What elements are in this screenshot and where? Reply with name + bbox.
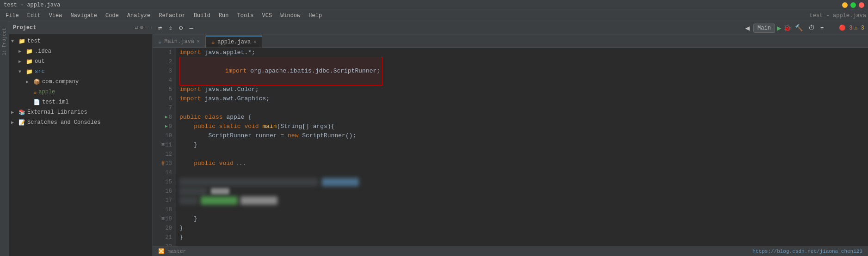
tab-apple-java[interactable]: ☕ apple.java × xyxy=(206,36,262,48)
line-num-13: @13 xyxy=(156,159,172,168)
status-bar-right: https://blog.csdn.net/jiaona_chen123 xyxy=(752,249,862,254)
line-num-12: 12 xyxy=(156,150,172,159)
tree-item-extlib[interactable]: ▶ 📚 External Libraries xyxy=(9,107,152,117)
gutter-fold-icon-11[interactable]: ⊟ xyxy=(162,140,165,150)
code-line-11: } xyxy=(179,140,864,150)
menu-help[interactable]: Help xyxy=(305,12,326,20)
tree-arrow-scratches: ▶ xyxy=(11,120,17,125)
code-line-20: } xyxy=(179,224,864,233)
tree-item-root[interactable]: ▼ 📁 test xyxy=(9,36,152,46)
apple-file-icon: ☕ xyxy=(211,39,215,46)
menu-run[interactable]: Run xyxy=(215,12,233,20)
blurred-content-16a xyxy=(179,187,207,195)
run-button[interactable]: ▶ xyxy=(777,24,782,33)
code-line-5: import java.awt.Color; xyxy=(179,85,864,94)
tree-label-root: test xyxy=(27,38,41,44)
coverage-button[interactable]: ☂ xyxy=(819,23,826,33)
sync-files-icon[interactable]: ⇄ xyxy=(135,24,138,31)
line-num-9: ▶9 xyxy=(156,122,172,131)
editor-area: ⇄ ⇕ ⚙ — ◀ Main ▶ 🐞 🔨 ⏱ ☂ 🔴 3 ⚠ 3 ☕ xyxy=(153,21,868,256)
lib-icon: 📚 xyxy=(18,109,25,116)
line-num-1: 1 xyxy=(156,48,172,57)
maximize-button[interactable] xyxy=(850,2,856,8)
close-button[interactable] xyxy=(859,2,864,8)
gutter-fold-icon-19[interactable]: ⊟ xyxy=(162,214,165,224)
line-num-16: 16 xyxy=(156,187,172,196)
tree-label-idea: .idea xyxy=(35,48,51,55)
code-line-7 xyxy=(179,104,864,113)
menu-vcs[interactable]: VCS xyxy=(259,12,276,20)
line-num-10: 10 xyxy=(156,131,172,140)
tab-main-java[interactable]: ☕ Main.java × xyxy=(153,36,206,48)
tree-arrow-extlib: ▶ xyxy=(11,110,17,115)
code-line-22 xyxy=(179,242,864,246)
tree-arrow-src: ▼ xyxy=(18,69,24,74)
title-bar-controls[interactable] xyxy=(842,2,864,8)
blurred-content-17a xyxy=(179,196,198,205)
highlighted-import: import org.apache.ibatis.jdbc.ScriptRunn… xyxy=(179,57,382,85)
settings-icon[interactable]: ⚙ xyxy=(177,23,185,33)
panel-actions[interactable]: ⇄ ⚙ — xyxy=(135,24,148,31)
gutter-run-icon-8: ▶ xyxy=(165,113,168,122)
menu-view[interactable]: View xyxy=(45,12,66,20)
tree-label-extlib: External Libraries xyxy=(27,109,87,116)
sync-icon[interactable]: ⇄ xyxy=(156,23,164,33)
code-line-13: public void... xyxy=(179,159,864,168)
menu-build[interactable]: Build xyxy=(190,12,214,20)
tree-item-src[interactable]: ▼ 📁 src xyxy=(9,67,152,77)
sidebar-stripe-label: 1: Project xyxy=(2,28,7,55)
tree-label-scratches: Scratches and Consoles xyxy=(27,119,100,126)
debug-button[interactable]: 🐞 xyxy=(783,24,791,32)
package-icon-company: 📦 xyxy=(33,79,40,85)
line-num-7: 7 xyxy=(156,104,172,113)
title-bar-left: test - apple.java xyxy=(4,2,60,8)
nav-back-icon[interactable]: ◀ xyxy=(743,23,751,34)
run-config-label[interactable]: Main xyxy=(753,24,775,33)
menu-tools[interactable]: Tools xyxy=(234,12,258,20)
line-num-21: 21 xyxy=(156,233,172,242)
tree-item-testiml[interactable]: ▶ 📄 test.iml xyxy=(9,97,152,107)
menu-code[interactable]: Code xyxy=(102,12,123,20)
menu-analyze[interactable]: Analyze xyxy=(123,12,154,20)
folder-icon-idea: 📁 xyxy=(26,48,33,55)
menu-navigate[interactable]: Navigate xyxy=(67,12,101,20)
code-editor[interactable]: 1 2 3 4 5 6 7 ▶8 ▶9 10 ⊟11 12 @13 xyxy=(153,48,868,246)
gear-icon[interactable]: ⚙ xyxy=(140,24,143,31)
sort-icon[interactable]: ⇕ xyxy=(166,23,174,33)
tree-item-apple[interactable]: ▶ ☕ apple xyxy=(9,87,152,97)
iml-icon: 📄 xyxy=(33,99,40,106)
code-content[interactable]: import java.applet.*; import org.apache.… xyxy=(176,48,868,246)
blurred-content-17c xyxy=(240,196,277,205)
tab-label-main: Main.java xyxy=(164,38,194,45)
warning-count-badge: ⚠ 3 xyxy=(854,24,864,31)
line-num-20: 20 xyxy=(156,224,172,233)
menu-edit[interactable]: Edit xyxy=(24,12,44,20)
tree-item-scratches[interactable]: ▶ 📝 Scratches and Consoles xyxy=(9,117,152,128)
main-content: 1: Project Project ⇄ ⚙ — ▼ 📁 test ▶ 📁 xyxy=(0,21,868,256)
project-tree: ▼ 📁 test ▶ 📁 .idea ▶ 📁 out ▼ 📁 src xyxy=(9,34,152,256)
tree-item-company[interactable]: ▶ 📦 com.company xyxy=(9,77,152,87)
menu-refactor[interactable]: Refactor xyxy=(155,12,189,20)
tab-close-apple[interactable]: × xyxy=(253,40,256,45)
tree-item-out[interactable]: ▶ 📁 out xyxy=(9,56,152,67)
code-line-12 xyxy=(179,150,864,159)
minimize-panel-icon[interactable]: — xyxy=(145,24,148,31)
code-line-14 xyxy=(179,168,864,177)
tree-arrow-out: ▶ xyxy=(18,59,24,64)
menu-window[interactable]: Window xyxy=(277,12,304,20)
profile-button[interactable]: ⏱ xyxy=(806,24,817,33)
line-num-2: 2 xyxy=(156,57,172,67)
tree-label-apple: apple xyxy=(38,89,55,95)
build-button[interactable]: 🔨 xyxy=(793,23,805,33)
line-num-22: 22 xyxy=(156,242,172,246)
scratches-icon: 📝 xyxy=(18,119,25,126)
minimize-button[interactable] xyxy=(842,2,848,8)
tab-close-main[interactable]: × xyxy=(197,39,200,44)
tree-item-idea[interactable]: ▶ 📁 .idea xyxy=(9,46,152,56)
code-line-17 xyxy=(179,196,864,205)
collapse-icon[interactable]: — xyxy=(187,24,195,33)
line-num-5: 5 xyxy=(156,85,172,94)
line-num-17: 17 xyxy=(156,196,172,205)
menu-file[interactable]: File xyxy=(2,12,23,20)
sidebar-stripe: 1: Project xyxy=(0,21,9,256)
